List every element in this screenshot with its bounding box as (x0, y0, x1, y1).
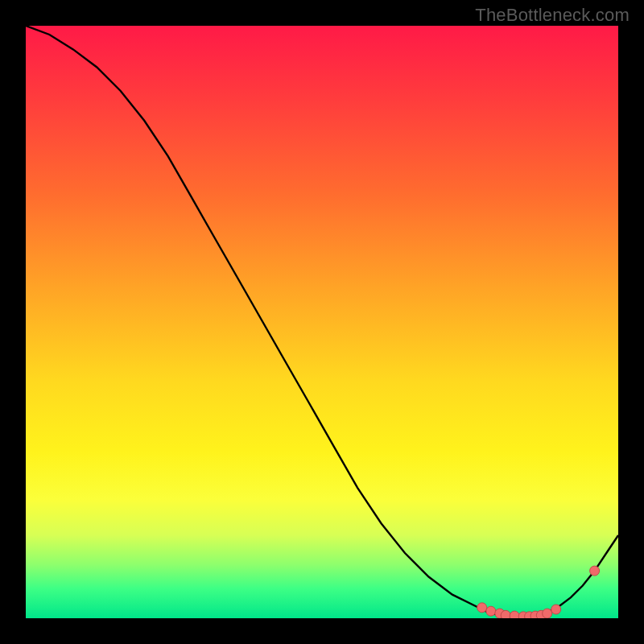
plot-area (26, 26, 618, 618)
data-marker (525, 612, 535, 618)
data-marker (495, 609, 505, 618)
data-marker (477, 603, 487, 613)
data-marker (536, 610, 546, 618)
curve-layer (26, 26, 618, 618)
data-marker (590, 566, 600, 576)
data-marker (551, 605, 561, 614)
data-marker (530, 611, 540, 618)
data-marker (486, 606, 496, 616)
data-marker (518, 612, 528, 618)
bottleneck-curve (26, 26, 618, 617)
marker-group (477, 566, 600, 618)
watermark-label: TheBottleneck.com (475, 5, 630, 26)
data-marker (501, 610, 510, 618)
data-marker (543, 609, 552, 618)
chart-frame: TheBottleneck.com (0, 0, 644, 644)
data-marker (510, 611, 519, 618)
